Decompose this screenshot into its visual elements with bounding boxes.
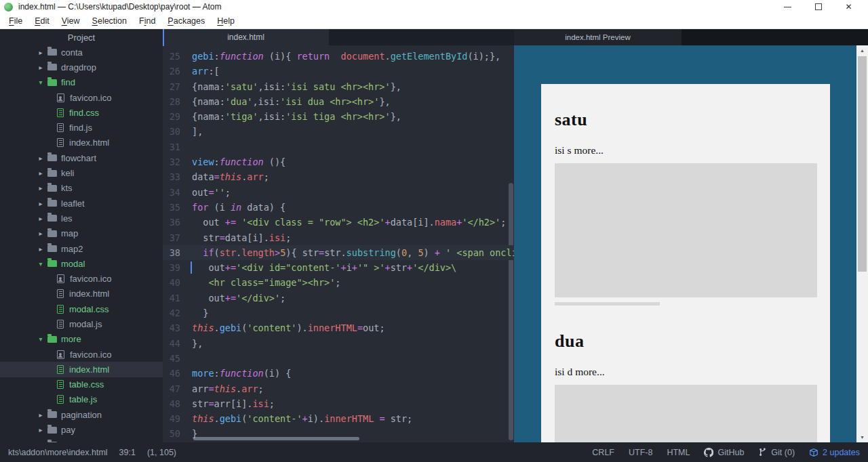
code-text: }, — [192, 338, 203, 349]
code-line-32[interactable]: 32view:function (){ — [163, 154, 514, 169]
tree-item-index.html[interactable]: index.html — [0, 362, 163, 377]
tree-item-pay[interactable]: ▸pay — [0, 422, 163, 437]
tree-item-favicon.ico[interactable]: favicon.ico — [0, 271, 163, 286]
tree-item-favicon.ico[interactable]: favicon.ico — [0, 90, 163, 105]
code-line-45[interactable]: 45 — [163, 351, 514, 366]
code-line-25[interactable]: 25gebi:function (i){ return document.get… — [163, 49, 514, 64]
code-line-48[interactable]: 48str=arr[i].isi; — [163, 396, 514, 411]
tree-item-more[interactable]: ▾more — [0, 332, 163, 347]
chevron-right-icon[interactable]: ▸ — [37, 154, 45, 162]
chevron-right-icon[interactable]: ▸ — [37, 184, 45, 192]
tree-item-find.css[interactable]: find.css — [0, 105, 163, 120]
tree-item-pagination[interactable]: ▸pagination — [0, 407, 163, 422]
code-line-39[interactable]: 39 out+='<div id="content-'+i+'" >'+str+… — [163, 260, 514, 275]
code-line-29[interactable]: 29{nama:'tiga',isi:'isi tiga <hr><hr>'}, — [163, 109, 514, 124]
code-line-44[interactable]: 44}, — [163, 336, 514, 351]
scroll-down-arrow[interactable]: ▼ — [856, 432, 868, 442]
tab-index-html-preview[interactable]: index.html Preview — [514, 29, 682, 45]
chevron-right-icon[interactable]: ▸ — [37, 245, 45, 253]
preview-scrollbar[interactable]: ▲ ▼ — [856, 45, 868, 442]
tree-item-dragdrop[interactable]: ▸dragdrop — [0, 60, 163, 75]
git-button[interactable]: Git (0) — [758, 448, 795, 457]
chevron-right-icon[interactable]: ▸ — [37, 441, 45, 442]
code-line-38[interactable]: 38 if(str.length>5){ str=str.substring(0… — [163, 245, 514, 260]
code-line-40[interactable]: 40 <hr class="image"><hr>'; — [163, 275, 514, 290]
more-link[interactable]: more... — [572, 366, 604, 377]
updates-button[interactable]: 2 updates — [809, 448, 860, 457]
tree-item-modal.css[interactable]: modal.css — [0, 301, 163, 316]
tree-item-les[interactable]: ▸les — [0, 211, 163, 226]
encoding-indicator[interactable]: UTF-8 — [629, 448, 652, 457]
menu-file[interactable]: File — [3, 16, 28, 26]
code-line-28[interactable]: 28{nama:'dua',isi:'isi dua <hr><hr>'}, — [163, 94, 514, 109]
code-line-37[interactable]: 37 str=data[i].isi; — [163, 230, 514, 245]
tree-item-favicon.ico[interactable]: favicon.ico — [0, 347, 163, 362]
chevron-down-icon[interactable]: ▾ — [37, 260, 45, 268]
code-line-36[interactable]: 36 out += '<div class = "row"> <h2>'+dat… — [163, 215, 514, 230]
chevron-right-icon[interactable]: ▸ — [37, 169, 45, 177]
chevron-right-icon[interactable]: ▸ — [37, 411, 45, 419]
code-text: more:function(i) { — [192, 368, 291, 379]
code-line-43[interactable]: 43this.gebi('content').innerHTML=out; — [163, 320, 514, 335]
chevron-right-icon[interactable]: ▸ — [37, 49, 45, 56]
menu-help[interactable]: Help — [211, 16, 241, 26]
menu-view[interactable]: View — [56, 16, 86, 26]
grammar-indicator[interactable]: HTML — [667, 448, 690, 457]
code-line-33[interactable]: 33data=this.arr; — [163, 169, 514, 184]
tree-item-index.html[interactable]: index.html — [0, 135, 163, 150]
code-area[interactable]: 25gebi:function (i){ return document.get… — [163, 45, 514, 442]
code-line-35[interactable]: 35for (i in data) { — [163, 200, 514, 215]
tree-item-label: modal — [61, 259, 85, 269]
menu-packages[interactable]: Packages — [161, 16, 211, 26]
code-line-30[interactable]: 30], — [163, 124, 514, 139]
line-number: 37 — [163, 230, 192, 245]
github-button[interactable]: GitHub — [704, 448, 744, 457]
line-ending-indicator[interactable]: CRLF — [592, 448, 614, 457]
tree-item-keli[interactable]: ▸keli — [0, 165, 163, 180]
tree-item-kts[interactable]: ▸kts — [0, 181, 163, 196]
tree-item-table.css[interactable]: table.css — [0, 377, 163, 392]
scroll-up-arrow[interactable]: ▲ — [856, 45, 868, 56]
code-line-26[interactable]: 26arr:[ — [163, 64, 514, 79]
preview-scrollbar-thumb[interactable] — [858, 56, 867, 272]
menu-edit[interactable]: Edit — [28, 16, 56, 26]
tree-item-flowchart[interactable]: ▸flowchart — [0, 150, 163, 165]
menu-find[interactable]: Find — [133, 16, 161, 26]
code-line-50[interactable]: 50} — [163, 426, 514, 441]
close-button[interactable]: ✕ — [833, 1, 864, 13]
tree-item-conta[interactable]: ▸conta — [0, 45, 163, 60]
maximize-button[interactable] — [803, 1, 833, 13]
code-text: arr=this.arr; — [192, 383, 264, 394]
chevron-right-icon[interactable]: ▸ — [37, 64, 45, 71]
code-line-49[interactable]: 49this.gebi('content-'+i).innerHTML = st… — [163, 411, 514, 426]
code-line-47[interactable]: 47arr=this.arr; — [163, 381, 514, 396]
minimize-button[interactable] — [772, 1, 803, 13]
cursor-position[interactable]: 39:1 — [119, 448, 136, 457]
tree-item-map[interactable]: ▸map — [0, 226, 163, 241]
chevron-down-icon[interactable]: ▾ — [37, 79, 45, 86]
chevron-right-icon[interactable]: ▸ — [37, 215, 45, 222]
code-line-42[interactable]: 42 } — [163, 306, 514, 320]
more-link[interactable]: more... — [572, 144, 604, 156]
tree-item-find[interactable]: ▾find — [0, 75, 163, 90]
code-line-27[interactable]: 27{nama:'satu',isi:'isi satu <hr><hr>'}, — [163, 79, 514, 94]
code-line-46[interactable]: 46more:function(i) { — [163, 366, 514, 381]
tree-item-find.js[interactable]: find.js — [0, 120, 163, 135]
code-line-41[interactable]: 41 out+='</div>'; — [163, 291, 514, 306]
tree-item-map2[interactable]: ▸map2 — [0, 241, 163, 256]
chevron-right-icon[interactable]: ▸ — [37, 200, 45, 207]
menu-selection[interactable]: Selection — [86, 16, 133, 26]
tree-item-table.js[interactable]: table.js — [0, 392, 163, 407]
tree-item-clipped[interactable]: ▸ — [0, 438, 163, 442]
file-path: kts\addon\more\index.html — [8, 448, 108, 457]
tree-item-modal[interactable]: ▾modal — [0, 256, 163, 271]
code-line-34[interactable]: 34out=''; — [163, 185, 514, 200]
tree-item-leaflet[interactable]: ▸leaflet — [0, 196, 163, 211]
chevron-right-icon[interactable]: ▸ — [37, 426, 45, 434]
chevron-down-icon[interactable]: ▾ — [37, 335, 45, 343]
tree-item-modal.js[interactable]: modal.js — [0, 316, 163, 331]
chevron-right-icon[interactable]: ▸ — [37, 230, 45, 237]
code-line-31[interactable]: 31 — [163, 140, 514, 154]
tree-item-index.html[interactable]: index.html — [0, 287, 163, 301]
tab-index-html[interactable]: index.html — [163, 29, 329, 45]
